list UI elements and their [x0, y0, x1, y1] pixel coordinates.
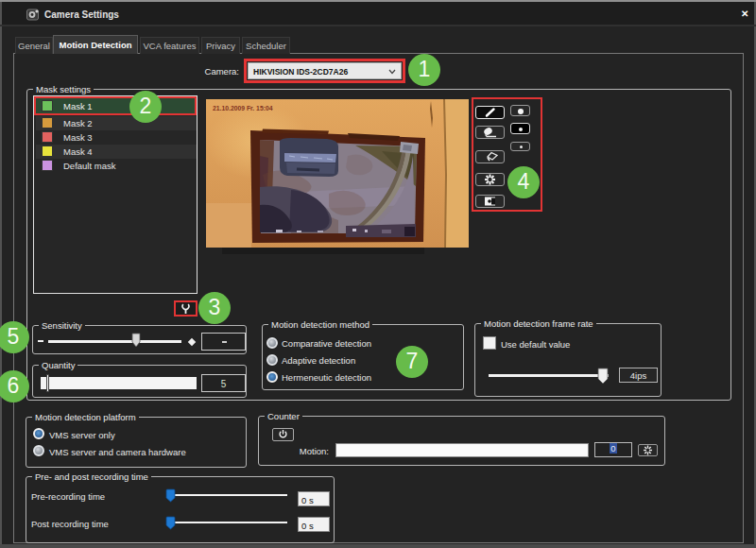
svg-text:21.10.2009 Fr. 15:04: 21.10.2009 Fr. 15:04 [213, 105, 273, 111]
